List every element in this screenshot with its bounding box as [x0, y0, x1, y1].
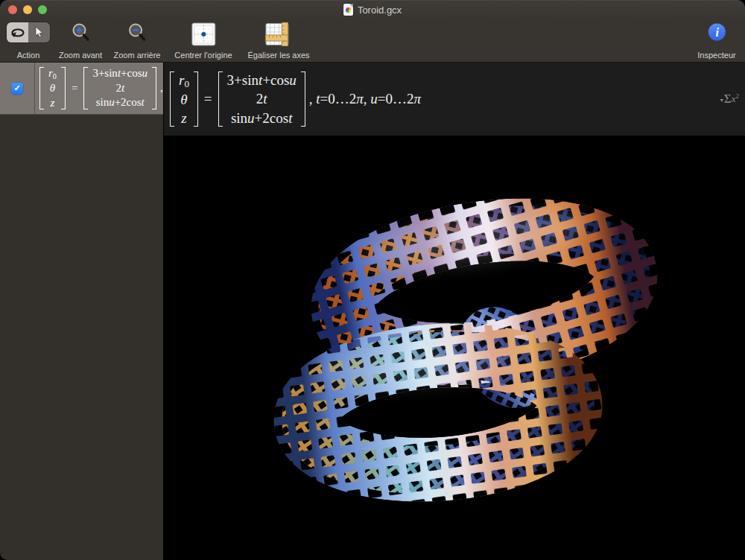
tool-zoom-out: Zoom arrière — [114, 22, 161, 60]
document-icon — [343, 4, 353, 16]
tool-action: Action — [7, 22, 50, 60]
equalize-axes-icon[interactable] — [264, 22, 293, 46]
orbit-icon — [10, 28, 25, 38]
title-bar: Toroid.gcx — [0, 0, 745, 19]
cursor-icon — [35, 27, 44, 38]
orbit-mode-button[interactable] — [7, 22, 28, 42]
svg-text:i: i — [715, 26, 719, 39]
close-button[interactable] — [8, 5, 17, 14]
inspector-icon[interactable]: i — [707, 22, 726, 42]
zoom-out-icon[interactable] — [127, 22, 148, 43]
tool-label: Action — [17, 51, 40, 60]
equation-bar: r0θz=3+sint+cosu2tsinu+2cost, t=0…2π, u=… — [164, 63, 745, 136]
tool-label: Égaliser les axes — [247, 51, 309, 60]
toolbar: Action Zoom avant Zoom ar — [0, 19, 745, 63]
equation-preview: r0θz=3+sint+cosu2tsinu+2cost, t=0…2π, u=… — [35, 63, 163, 114]
equation-editor[interactable]: r0θz=3+sint+cosu2tsinu+2cost, t=0…2π, u=… — [170, 69, 421, 129]
equation-palette-menu[interactable]: ▾ Σ x 2 — [720, 92, 739, 106]
zoom-in-icon[interactable] — [71, 22, 91, 43]
center-origin-icon[interactable] — [191, 22, 216, 46]
tool-label: Inspecteur — [697, 51, 735, 60]
chevron-down-icon: ▾ — [720, 97, 723, 104]
action-segmented-control — [7, 22, 50, 42]
tool-label: Zoom arrière — [114, 51, 161, 60]
minimize-button[interactable] — [23, 5, 32, 14]
tool-label: Centrer l'origine — [174, 51, 232, 60]
grapher-window: Toroid.gcx — [0, 0, 745, 560]
toroid-surface — [164, 136, 744, 560]
sigma-icon: Σ — [724, 92, 732, 106]
window-title: Toroid.gcx — [358, 4, 402, 16]
zoom-button[interactable] — [38, 5, 47, 14]
tool-equalize-axes: Égaliser les axes — [247, 22, 309, 60]
traffic-lights — [8, 5, 47, 14]
plot-canvas[interactable] — [164, 136, 745, 560]
equation-list-sidebar: ✓ r0θz=3+sint+cosu2tsinu+2cost, t=0…2π, … — [0, 63, 164, 560]
tool-label: Zoom avant — [59, 51, 102, 60]
equation-list-item[interactable]: ✓ r0θz=3+sint+cosu2tsinu+2cost, t=0…2π, … — [0, 63, 163, 115]
equation-visibility-checkbox[interactable]: ✓ — [11, 83, 23, 95]
tool-inspector: i Inspecteur — [697, 22, 735, 60]
tool-zoom-in: Zoom avant — [59, 22, 102, 60]
tool-center-origin: Centrer l'origine — [174, 22, 232, 60]
select-mode-button[interactable] — [28, 22, 50, 42]
